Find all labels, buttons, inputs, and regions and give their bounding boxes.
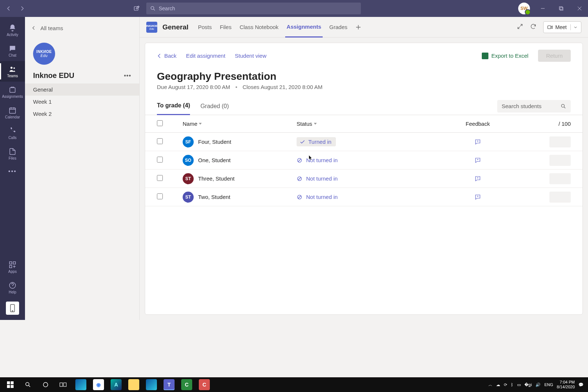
svg-point-1: [151, 7, 154, 10]
refresh-icon[interactable]: [530, 23, 537, 31]
rail-chat[interactable]: Chat: [0, 40, 25, 61]
score-input[interactable]: [549, 155, 571, 166]
pin-app-a[interactable]: A: [107, 377, 125, 392]
feedback-button[interactable]: [425, 175, 530, 182]
row-checkbox[interactable]: [157, 175, 163, 181]
rail-apps[interactable]: Apps: [0, 257, 25, 277]
tray-chevron-up-icon[interactable]: ︿: [488, 382, 492, 388]
team-more-button[interactable]: •••: [124, 72, 131, 79]
rail-assignments[interactable]: Assignments: [0, 82, 25, 102]
rail-calendar[interactable]: Calendar: [0, 102, 25, 123]
rail-teams[interactable]: Teams: [0, 61, 25, 82]
pin-camtasia[interactable]: C: [178, 377, 196, 392]
row-checkbox[interactable]: [157, 138, 163, 144]
status-cell[interactable]: Not turned in: [297, 175, 425, 182]
svg-point-24: [43, 382, 48, 387]
tray-language-icon[interactable]: ENG: [544, 382, 553, 387]
tray-wifi-icon[interactable]: �քi: [524, 382, 532, 387]
search-icon: [150, 6, 156, 11]
col-name[interactable]: Name: [183, 121, 297, 127]
tray-onedrive-icon[interactable]: ☁: [496, 382, 500, 387]
back-link[interactable]: Back: [157, 53, 176, 59]
taskbar-search[interactable]: [19, 377, 37, 392]
pin-explorer[interactable]: [125, 377, 143, 392]
expand-icon[interactable]: [517, 23, 523, 31]
pin-camtasia-rec[interactable]: C: [196, 377, 213, 392]
pin-edge[interactable]: [72, 377, 90, 392]
feedback-button[interactable]: [425, 139, 530, 145]
status-cell[interactable]: Turned in: [297, 137, 425, 146]
channel-week-1[interactable]: Week 1: [25, 96, 139, 108]
pin-teams[interactable]: T: [160, 377, 178, 392]
student-name: One, Student: [198, 157, 230, 163]
add-tab-button[interactable]: [354, 23, 363, 32]
select-all-checkbox[interactable]: [157, 120, 163, 126]
team-avatar[interactable]: INKИOE Edu: [33, 43, 55, 65]
status-cell[interactable]: Not turned in: [297, 157, 425, 163]
col-points: / 100: [530, 121, 571, 127]
tab-assignments[interactable]: Assignments: [285, 17, 323, 38]
all-teams-back[interactable]: All teams: [25, 17, 139, 39]
tab-files[interactable]: Files: [218, 17, 233, 38]
tray-clock[interactable]: 7:04 PM 8/14/2020: [557, 380, 575, 389]
meet-button[interactable]: Meet: [543, 21, 581, 33]
nav-forward-button[interactable]: [16, 3, 28, 14]
score-input[interactable]: [549, 136, 571, 147]
rail-mobile-button[interactable]: [6, 302, 19, 315]
rail-files[interactable]: Files: [0, 143, 25, 164]
channel-week-2[interactable]: Week 2: [25, 108, 139, 120]
feedback-button[interactable]: [425, 157, 530, 164]
user-avatar[interactable]: SW: [518, 3, 530, 14]
edit-assignment-link[interactable]: Edit assignment: [186, 53, 225, 59]
tray-bluetooth-icon[interactable]: ᛒ: [511, 382, 513, 387]
tray-notifications-icon[interactable]: 💬: [578, 382, 584, 387]
col-feedback: Feedback: [425, 121, 530, 127]
tray-battery-icon[interactable]: ▭: [517, 382, 521, 387]
row-checkbox[interactable]: [157, 157, 163, 163]
cortana-button[interactable]: [37, 377, 54, 392]
search-placeholder: Search: [159, 6, 175, 11]
tab-graded[interactable]: Graded (0): [200, 97, 229, 115]
tray-volume-icon[interactable]: 🔊: [535, 382, 541, 387]
tab-class-notebook[interactable]: Class Notebook: [238, 17, 280, 38]
start-button[interactable]: [1, 377, 19, 392]
compose-button[interactable]: [131, 3, 143, 14]
export-excel-button[interactable]: Export to Excel: [482, 53, 528, 59]
window-maximize[interactable]: [556, 3, 567, 14]
channel-general[interactable]: General: [25, 83, 139, 96]
system-tray[interactable]: ︿ ☁ ⟳ ᛒ ▭ �քi 🔊 ENG 7:04 PM 8/14/2020 💬: [488, 380, 587, 389]
team-name: Inknoe EDU: [33, 71, 74, 80]
student-view-link[interactable]: Student view: [235, 53, 266, 59]
prohibit-icon: [297, 194, 302, 200]
rail-activity[interactable]: Activity: [0, 20, 25, 40]
tab-posts[interactable]: Posts: [197, 17, 214, 38]
pin-chrome[interactable]: ◉: [90, 377, 107, 392]
table-row[interactable]: ST Three, Student Not turned in: [145, 170, 582, 188]
main-content: INKИOE Edu General Posts Files Class Not…: [140, 17, 588, 320]
row-checkbox[interactable]: [157, 193, 163, 199]
window-close[interactable]: [574, 3, 585, 14]
app-rail: Activity Chat Teams Assignments Calendar…: [0, 17, 25, 320]
svg-rect-21: [7, 385, 10, 388]
table-row[interactable]: SF Four, Student Turned in: [145, 133, 582, 151]
task-view-button[interactable]: [54, 377, 72, 392]
nav-back-button[interactable]: [3, 3, 15, 14]
search-students-input[interactable]: Search students: [497, 100, 571, 113]
tray-update-icon[interactable]: ⟳: [504, 382, 507, 387]
pin-edge-2[interactable]: [143, 377, 160, 392]
rail-more[interactable]: •••: [0, 164, 25, 179]
table-row[interactable]: SO One, Student Not turned in: [145, 151, 582, 170]
score-input[interactable]: [549, 192, 571, 203]
status-cell[interactable]: Not turned in: [297, 194, 425, 200]
tab-to-grade[interactable]: To grade (4): [157, 97, 190, 115]
tab-grades[interactable]: Grades: [328, 17, 349, 38]
rail-help[interactable]: Help: [0, 277, 25, 298]
table-row[interactable]: ST Two, Student Not turned in: [145, 188, 582, 206]
window-minimize[interactable]: [537, 3, 548, 14]
status-pill[interactable]: Turned in: [297, 137, 336, 146]
col-status[interactable]: Status: [297, 121, 425, 127]
score-input[interactable]: [549, 173, 571, 184]
feedback-button[interactable]: [425, 194, 530, 200]
global-search[interactable]: Search: [146, 3, 361, 14]
rail-calls[interactable]: Calls: [0, 123, 25, 143]
